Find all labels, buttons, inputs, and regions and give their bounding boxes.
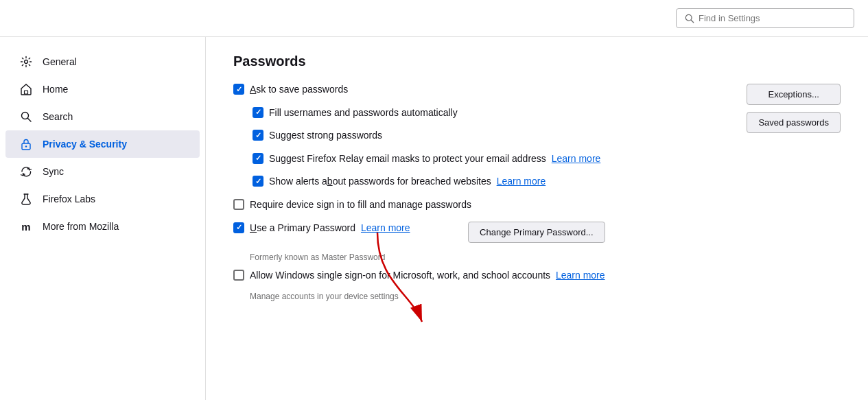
device-sign-in-checkbox[interactable] bbox=[233, 199, 244, 210]
gear-icon bbox=[19, 55, 33, 69]
sidebar-item-privacy-security[interactable]: Privacy & Security bbox=[5, 130, 200, 158]
primary-password-learn-more-link[interactable]: Learn more bbox=[361, 222, 410, 233]
checkmark: ✓ bbox=[236, 86, 242, 93]
primary-password-sub-label: Formerly known as Master Password bbox=[250, 252, 605, 262]
sidebar-item-general-label: General bbox=[43, 56, 77, 67]
device-sign-in-row: Require device sign in to fill and manag… bbox=[233, 198, 605, 212]
firefox-relay-checkbox[interactable]: ✓ bbox=[253, 153, 263, 164]
sidebar-item-sync-label: Sync bbox=[43, 166, 64, 177]
device-sign-in-label: Require device sign in to fill and manag… bbox=[250, 198, 471, 212]
breach-alerts-label: Show alerts about passwords for breached… bbox=[269, 175, 546, 189]
breach-alerts-row: ✓ Show alerts about passwords for breach… bbox=[253, 175, 605, 189]
suggest-strong-label: Suggest strong passwords bbox=[269, 129, 382, 143]
checkmark: ✓ bbox=[255, 154, 261, 162]
sidebar-item-firefox-labs-label: Firefox Labs bbox=[43, 193, 95, 204]
sidebar-item-general[interactable]: General bbox=[5, 48, 200, 75]
right-buttons: Exceptions... Saved passwords bbox=[747, 84, 841, 133]
ask-to-save-label: Ask to save passwords bbox=[250, 83, 348, 97]
sidebar-item-search-label: Search bbox=[43, 111, 73, 122]
firefox-relay-learn-more-link[interactable]: Learn more bbox=[552, 153, 601, 164]
primary-password-section: ✓ Use a Primary Password Learn more Chan… bbox=[233, 222, 605, 262]
breach-alerts-learn-more-link[interactable]: Learn more bbox=[497, 176, 546, 187]
ask-to-save-row: ✓ Ask to save passwords bbox=[233, 83, 605, 97]
ask-to-save-checkbox[interactable]: ✓ bbox=[233, 84, 244, 95]
svg-line-5 bbox=[28, 119, 32, 122]
sidebar-item-home[interactable]: Home bbox=[5, 75, 200, 103]
passwords-section: Passwords ✓ Ask to save passwords bbox=[233, 54, 605, 301]
passwords-section-title: Passwords bbox=[233, 54, 605, 69]
svg-point-7 bbox=[25, 145, 27, 147]
primary-password-checkbox[interactable]: ✓ bbox=[233, 222, 244, 233]
checkmark: ✓ bbox=[255, 108, 261, 116]
sidebar-item-privacy-security-label: Privacy & Security bbox=[43, 139, 127, 150]
main-content: Passwords ✓ Ask to save passwords bbox=[206, 37, 868, 318]
firefox-relay-row: ✓ Suggest Firefox Relay email masks to p… bbox=[253, 152, 605, 166]
suggest-strong-checkbox[interactable]: ✓ bbox=[253, 130, 263, 141]
sidebar-item-firefox-labs[interactable]: Firefox Labs bbox=[5, 185, 200, 213]
windows-sso-label: Allow Windows single sign-on for Microso… bbox=[250, 269, 605, 283]
checkmark: ✓ bbox=[236, 224, 242, 231]
suggest-strong-row: ✓ Suggest strong passwords bbox=[253, 129, 605, 143]
header bbox=[0, 0, 868, 37]
find-in-settings-input[interactable] bbox=[699, 13, 845, 23]
fill-auto-row: ✓ Fill usernames and passwords automatic… bbox=[253, 106, 605, 120]
sidebar-item-more-from-mozilla[interactable]: m More from Mozilla bbox=[5, 213, 200, 240]
exceptions-button[interactable]: Exceptions... bbox=[747, 84, 841, 105]
fill-auto-checkbox[interactable]: ✓ bbox=[253, 107, 263, 118]
ask-to-save-left: ✓ Ask to save passwords bbox=[233, 83, 605, 97]
primary-password-row: ✓ Use a Primary Password Learn more Chan… bbox=[233, 222, 605, 243]
windows-sso-sub-label: Manage accounts in your device settings bbox=[250, 292, 605, 301]
sidebar-item-more-from-mozilla-label: More from Mozilla bbox=[43, 221, 119, 232]
checkmark: ✓ bbox=[255, 178, 261, 185]
sync-icon bbox=[19, 165, 33, 178]
mozilla-icon: m bbox=[19, 220, 33, 233]
main-content-wrapper: Passwords ✓ Ask to save passwords bbox=[206, 37, 868, 400]
firefox-relay-label: Suggest Firefox Relay email masks to pro… bbox=[269, 152, 600, 166]
svg-line-1 bbox=[691, 20, 694, 23]
svg-rect-3 bbox=[25, 91, 28, 94]
home-icon bbox=[19, 82, 33, 96]
labs-icon bbox=[19, 192, 33, 206]
checkmark: ✓ bbox=[255, 132, 261, 139]
sidebar-item-sync[interactable]: Sync bbox=[5, 158, 200, 185]
primary-password-left: ✓ Use a Primary Password Learn more bbox=[233, 222, 454, 235]
search-nav-icon bbox=[19, 110, 33, 123]
sidebar: General Home Search Privacy & Security S bbox=[0, 37, 206, 400]
change-primary-password-button[interactable]: Change Primary Password... bbox=[468, 222, 605, 243]
svg-point-4 bbox=[22, 113, 29, 119]
windows-sso-section: Allow Windows single sign-on for Microso… bbox=[233, 269, 605, 302]
breach-alerts-checkbox[interactable]: ✓ bbox=[253, 176, 263, 187]
main-layout: General Home Search Privacy & Security S bbox=[0, 37, 868, 400]
lock-icon bbox=[19, 137, 33, 151]
fill-auto-label: Fill usernames and passwords automatical… bbox=[269, 106, 458, 120]
svg-point-2 bbox=[25, 60, 28, 64]
search-icon bbox=[685, 14, 694, 23]
windows-sso-row: Allow Windows single sign-on for Microso… bbox=[233, 269, 605, 283]
primary-password-label: Use a Primary Password Learn more bbox=[250, 222, 410, 235]
sidebar-item-search[interactable]: Search bbox=[5, 103, 200, 130]
windows-sso-checkbox[interactable] bbox=[233, 270, 244, 281]
windows-sso-learn-more-link[interactable]: Learn more bbox=[556, 270, 605, 281]
sidebar-item-home-label: Home bbox=[43, 84, 68, 95]
saved-passwords-button[interactable]: Saved passwords bbox=[747, 112, 841, 133]
search-box[interactable] bbox=[676, 8, 854, 28]
